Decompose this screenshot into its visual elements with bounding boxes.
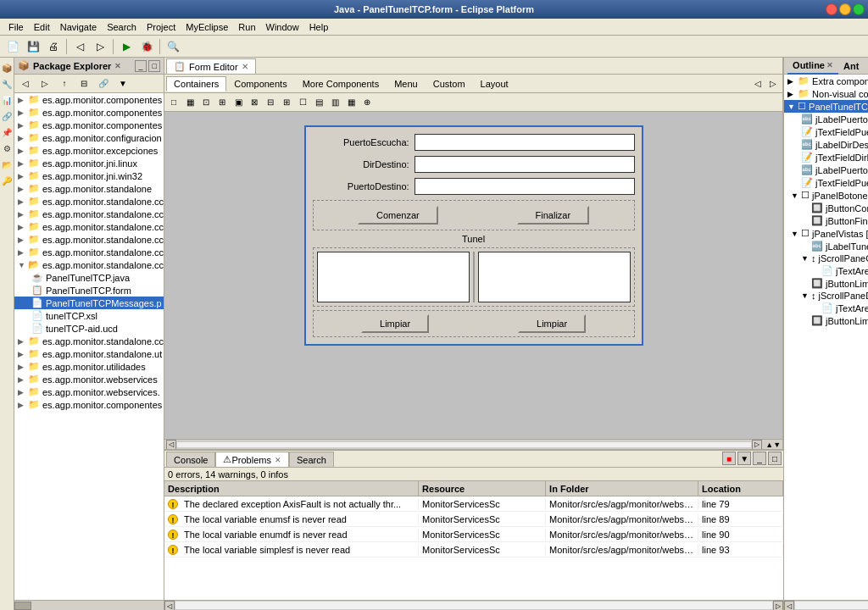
outline-item-1[interactable]: 📝 jTextFieldPuertoEscucha [JTextField, B [784, 125, 868, 138]
menu-file[interactable]: File [3, 20, 29, 34]
tab-containers[interactable]: Containers [166, 76, 226, 92]
tree-item-17[interactable]: ▶ 📁 es.agp.monitor.webservices. [14, 385, 164, 398]
form-editor-tab[interactable]: 📋 Form Editor ✕ [166, 58, 255, 74]
outline-item-7[interactable]: 🔲 jButtonComenzar [JButton, Overlay [784, 202, 868, 214]
outline-scrollbar[interactable]: ◁ ▷ [784, 600, 868, 610]
outline-item-11[interactable]: ▼ ↕ jScrollPaneOrigen [JScrollPane, Sc [784, 252, 868, 264]
tree-item-6[interactable]: ▶ 📁 es.agp.monitor.jni.win32 [14, 169, 164, 182]
comp-tool-9[interactable]: ☐ [295, 95, 310, 110]
form-editor-close-icon[interactable]: ✕ [242, 62, 248, 71]
menu-project[interactable]: Project [142, 20, 181, 34]
prob-scroll-track[interactable] [175, 601, 773, 610]
problems-close-icon[interactable]: ✕ [275, 456, 281, 464]
input-puerto-escucha[interactable] [415, 134, 635, 151]
comp-tool-7[interactable]: ⊟ [263, 95, 278, 110]
outline-root-item[interactable]: ▼ ☐ PanelTunelTCP [JPanel, GridBag] [784, 100, 868, 113]
tree-item-10[interactable]: ▶ 📁 es.agp.monitor.standalone.cc [14, 220, 164, 233]
pkg-collapse-btn[interactable]: ⊟ [75, 75, 93, 93]
scroll-track[interactable] [176, 441, 752, 448]
outline-scroll-track[interactable] [794, 601, 868, 610]
save-button[interactable]: 💾 [24, 37, 42, 56]
menu-window[interactable]: Window [261, 20, 304, 34]
window-controls[interactable] [826, 3, 865, 15]
tree-item-ucd[interactable]: 📄 tunelTCP-aid.ucd [14, 322, 164, 335]
back-button[interactable]: ◁ [70, 37, 89, 56]
comp-tool-13[interactable]: ⊕ [359, 95, 375, 110]
input-puerto-destino[interactable] [415, 178, 635, 195]
print-button[interactable]: 🖨 [44, 37, 63, 56]
tree-item-3[interactable]: ▶ 📁 es.agp.monitor.configuracion [14, 131, 164, 144]
outline-item-8[interactable]: 🔲 jButtonFinalizar [JButton, Overlay] [784, 214, 868, 227]
limpiar-origen-button[interactable]: Limpiar [361, 314, 429, 333]
limpiar-destino-button[interactable]: Limpiar [518, 314, 586, 333]
tab-search[interactable]: Search [289, 452, 334, 467]
bottom-minimize-btn[interactable]: _ [753, 452, 766, 465]
comp-tool-12[interactable]: ▦ [343, 95, 359, 110]
outline-item-5[interactable]: 📝 jTextFieldPuertoDestino [JTextField, B… [784, 176, 868, 189]
outline-item-0[interactable]: 🔤 jLabelPuertoEscucha [JLabel, Absolut [784, 113, 868, 125]
tree-item-12[interactable]: ▶ 📁 es.agp.monitor.standalone.cc [14, 246, 164, 258]
tab-left-arrow[interactable]: ◁ [750, 76, 765, 92]
tree-item-14[interactable]: ▶ 📁 es.agp.monitor.standalone.ut [14, 347, 164, 360]
textarea-destino[interactable] [478, 252, 631, 302]
tree-item-15[interactable]: ▶ 📁 es.agp.monitor.utilidades [14, 360, 164, 373]
comenzar-button[interactable]: Comenzar [358, 206, 438, 225]
left-icon-1[interactable]: 📦 [0, 61, 14, 75]
new-button[interactable]: 📄 [3, 37, 22, 56]
problem-row-2[interactable]: ! The local variable enumdf is never rea… [164, 527, 783, 542]
outline-item-12[interactable]: 📄 jTextAreaOrigen [JTextArea, Bas [784, 264, 868, 277]
tree-item-expanded[interactable]: ▼ 📂 es.agp.monitor.standalone.cc [14, 258, 164, 271]
bottom-maximize-btn[interactable]: □ [768, 452, 782, 465]
forward-button[interactable]: ▷ [91, 37, 109, 56]
search-button[interactable]: 🔍 [164, 37, 182, 56]
comp-tool-4[interactable]: ⊞ [214, 95, 230, 110]
package-tree[interactable]: ▶ 📁 es.agp.monitor.componentes ▶ 📁 es.ag… [14, 93, 164, 600]
tree-item-java[interactable]: ☕ PanelTunelTCP.java [14, 271, 164, 284]
outline-scroll-left[interactable]: ◁ [784, 601, 794, 610]
pkg-forward-btn[interactable]: ▷ [36, 75, 54, 93]
tab-more-components[interactable]: More Components [295, 76, 387, 92]
tree-item-0[interactable]: ▶ 📁 es.agp.monitor.componentes [14, 93, 164, 106]
menu-run[interactable]: Run [233, 20, 260, 34]
outline-tab-outline[interactable]: Outline ✕ [787, 58, 838, 75]
left-icon-3[interactable]: 📊 [0, 93, 14, 107]
tree-item-18[interactable]: ▶ 📁 es.agp.monitor.componentes [14, 398, 164, 411]
tree-item-7[interactable]: ▶ 📁 es.agp.monitor.standalone [14, 182, 164, 195]
scroll-thumb[interactable] [14, 602, 31, 610]
prob-scroll-left[interactable]: ◁ [164, 601, 175, 610]
tree-item-8[interactable]: ▶ 📁 es.agp.monitor.standalone.cc [14, 195, 164, 208]
outline-tab-ant[interactable]: Ant [838, 58, 864, 75]
console-menu-btn[interactable]: ▼ [737, 452, 751, 465]
pkg-back-btn[interactable]: ◁ [16, 75, 35, 93]
left-icon-2[interactable]: 🔧 [0, 77, 14, 91]
tab-components[interactable]: Components [226, 76, 294, 92]
problem-row-0[interactable]: ! The declared exception AxisFault is no… [164, 496, 783, 512]
tree-item-13[interactable]: ▶ 📁 es.agp.monitor.standalone.cc [14, 335, 164, 347]
tab-layout[interactable]: Layout [473, 76, 516, 92]
tab-menu[interactable]: Menu [387, 76, 426, 92]
bottom-panel-controls[interactable]: ■ ▼ _ □ [722, 452, 782, 467]
left-icon-5[interactable]: 📌 [0, 125, 14, 139]
outline-extra-components[interactable]: ▶ 📁 Extra components [784, 75, 868, 87]
menu-help[interactable]: Help [304, 20, 334, 34]
debug-button[interactable]: 🐞 [137, 37, 156, 56]
comp-tool-2[interactable]: ▦ [182, 95, 198, 110]
comp-tool-3[interactable]: ⊡ [198, 95, 214, 110]
problems-scrollbar-h[interactable]: ◁ ▷ [164, 600, 783, 610]
minimize-button[interactable] [839, 3, 851, 15]
input-dir-destino[interactable] [415, 156, 635, 173]
comp-tool-1[interactable]: □ [166, 95, 181, 110]
maximize-panel-btn[interactable]: □ [148, 60, 160, 72]
tree-item-xsl[interactable]: 📄 tunelTCP.xsl [14, 309, 164, 322]
pkg-up-btn[interactable]: ↑ [55, 75, 74, 93]
stop-btn[interactable]: ■ [722, 452, 736, 465]
tree-item-messages[interactable]: 📄 PanelTunelTCPMessages.p [14, 297, 164, 309]
package-panel-controls[interactable]: _ □ [135, 60, 160, 72]
menu-myeclipse[interactable]: MyEclipse [181, 20, 233, 34]
scroll-left-btn[interactable]: ◁ [166, 440, 176, 450]
outline-item-6[interactable]: ▼ ☐ jPanelBotones [JPanel, GridBag] [784, 189, 868, 202]
textarea-origen[interactable] [317, 252, 470, 302]
tab-custom[interactable]: Custom [426, 76, 473, 92]
outline-item-10[interactable]: 🔤 jLabelTunel [JLabel, Absolute] [784, 240, 868, 252]
minimize-panel-btn[interactable]: _ [135, 60, 147, 72]
